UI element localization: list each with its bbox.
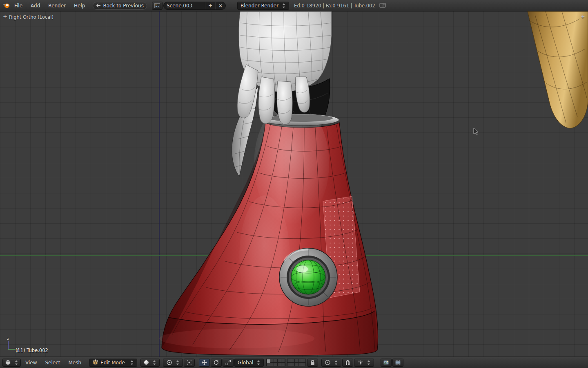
select-menu[interactable]: Select — [41, 359, 64, 367]
mouse-cursor — [474, 128, 478, 135]
top-header: File Add Render Help Back to Previous Sc… — [0, 0, 588, 11]
layer-group-2[interactable] — [287, 359, 306, 366]
translate-icon — [201, 359, 207, 366]
toolshelf-expand-icon[interactable]: + — [3, 13, 7, 20]
pivot-select[interactable] — [163, 359, 183, 367]
menu-file[interactable]: File — [11, 2, 26, 10]
mode-select[interactable]: Edit Mode — [89, 359, 137, 367]
blender-window: File Add Render Help Back to Previous Sc… — [0, 0, 588, 368]
header-stats: Ed:0-18920 | Fa:0-9161 | Tube.002 — [294, 3, 375, 9]
blender-logo-icon[interactable] — [2, 2, 10, 9]
pivot-center-toggle[interactable] — [184, 359, 195, 367]
bottom-toolbar: View Select Mesh Edit Mode — [0, 357, 588, 368]
boot-object[interactable] — [159, 102, 378, 355]
snap-element-icon — [357, 359, 363, 366]
gem-assembly[interactable] — [279, 248, 337, 306]
chevron-updown-icon — [282, 3, 286, 8]
chevron-updown-icon — [176, 360, 180, 365]
orientation-value: Global — [238, 360, 253, 366]
new-scene-button[interactable]: + — [205, 2, 216, 9]
edit-mode-cube-icon — [92, 359, 98, 366]
manipulator-rotate-button[interactable] — [211, 359, 222, 367]
staff-object[interactable] — [528, 11, 588, 128]
editor-3dview-icon — [5, 359, 11, 366]
mesh-menu[interactable]: Mesh — [65, 359, 85, 367]
back-to-previous-button[interactable]: Back to Previous — [93, 2, 147, 10]
scale-icon — [225, 359, 231, 366]
render-image-icon — [383, 359, 389, 366]
active-layer-cell[interactable] — [267, 359, 270, 363]
pivot-point-icon — [166, 359, 172, 366]
center-points-icon — [186, 359, 192, 366]
render-engine-select[interactable]: Blender Render — [237, 2, 289, 10]
manipulator-scale-button[interactable] — [223, 359, 234, 367]
chevron-updown-icon — [130, 360, 134, 365]
scene-name-field[interactable]: Scene.003 — [164, 2, 205, 9]
gem-sphere — [291, 260, 325, 294]
chevron-updown-icon — [153, 360, 156, 365]
snap-target-select[interactable] — [354, 359, 374, 367]
mode-value: Edit Mode — [100, 360, 125, 366]
magnet-icon — [345, 359, 351, 366]
menu-help[interactable]: Help — [70, 2, 89, 10]
render-animation-button[interactable] — [392, 359, 403, 367]
chevron-updown-icon — [15, 360, 18, 365]
unlink-scene-button[interactable]: × — [216, 2, 225, 9]
properties-expand-icon[interactable]: + — [581, 13, 585, 20]
screen-layout-icon[interactable] — [379, 3, 386, 9]
render-animation-icon — [395, 359, 401, 366]
back-button-label: Back to Previous — [103, 3, 144, 9]
render-engine-value: Blender Render — [241, 3, 278, 9]
scene-datablock-field: Scene.003 + × — [163, 2, 226, 10]
chevron-updown-icon — [257, 360, 261, 365]
editor-type-button[interactable] — [2, 359, 21, 367]
view-menu[interactable]: View — [22, 359, 40, 367]
viewport-3d[interactable]: + Right Ortho (Local) + z y (11) Tube.00… — [0, 11, 588, 357]
proportional-edit-select[interactable] — [321, 359, 341, 367]
manipulator-translate-button[interactable] — [199, 359, 210, 367]
chevron-updown-icon — [334, 360, 338, 365]
view-label: Right Ortho (Local) — [9, 14, 53, 20]
scene-datablock-icon — [154, 3, 160, 8]
shading-sphere-icon — [144, 360, 149, 365]
lock-button[interactable] — [307, 359, 318, 367]
menu-render[interactable]: Render — [45, 2, 69, 10]
axis-z-label: z — [7, 337, 9, 341]
lock-icon — [310, 359, 316, 366]
menu-add[interactable]: Add — [27, 2, 44, 10]
rotate-icon — [213, 359, 219, 366]
layers-widget[interactable] — [266, 359, 306, 366]
back-arrow-icon — [96, 3, 101, 8]
proportional-circle-icon — [325, 359, 331, 366]
shading-select[interactable] — [140, 359, 160, 367]
chevron-updown-icon — [367, 360, 371, 365]
scene-browse-button[interactable] — [152, 2, 163, 10]
object-info-label: (11) Tube.002 — [16, 348, 48, 353]
render-still-button[interactable] — [381, 359, 392, 367]
scene-canvas — [0, 11, 588, 357]
snap-toggle-button[interactable] — [342, 359, 353, 367]
layer-group-1[interactable] — [266, 359, 285, 366]
orientation-select[interactable]: Global — [234, 359, 264, 367]
boot-rim — [263, 114, 339, 126]
